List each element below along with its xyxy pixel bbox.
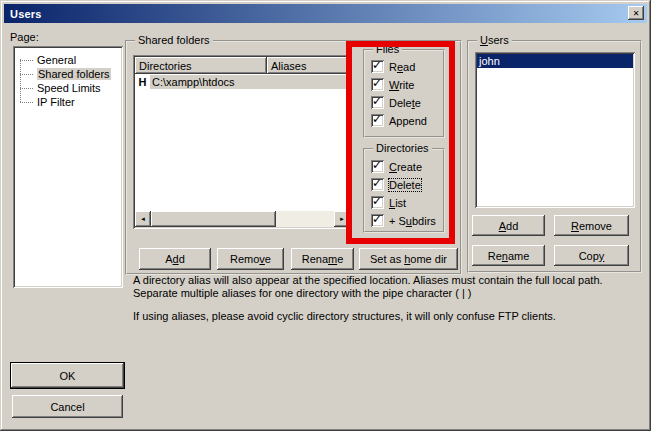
checkbox-icon: ✓ bbox=[371, 178, 384, 191]
column-header-directories[interactable]: Directories bbox=[135, 57, 267, 74]
directories-permissions-group: Directories ✓ Create ✓ Delete ✓ List ✓ +… bbox=[363, 148, 445, 233]
cancel-button[interactable]: Cancel bbox=[12, 395, 123, 418]
check-icon: ✓ bbox=[372, 194, 382, 209]
rename-user-button[interactable]: Rename bbox=[472, 245, 545, 266]
directories-group-label: Directories bbox=[373, 142, 432, 155]
check-icon: ✓ bbox=[372, 58, 382, 73]
page-label: Page: bbox=[10, 31, 39, 43]
files-permissions-group: Files ✓ Read ✓ Write ✓ Delete ✓ Append bbox=[363, 49, 445, 138]
tree-item-speed-limits[interactable]: Speed Limits bbox=[13, 81, 123, 95]
directory-row[interactable]: H C:\xampp\htdocs bbox=[135, 74, 350, 89]
checkbox-dirs-subdirs[interactable]: ✓ + Subdirs bbox=[371, 214, 436, 227]
checkbox-icon: ✓ bbox=[371, 96, 384, 109]
remove-user-button[interactable]: Remove bbox=[554, 215, 629, 236]
checkbox-files-delete[interactable]: ✓ Delete bbox=[371, 96, 421, 109]
cyclic-note: If using aliases, please avoid cyclic di… bbox=[133, 310, 638, 323]
check-icon: ✓ bbox=[372, 158, 382, 173]
checkbox-icon: ✓ bbox=[371, 114, 384, 127]
horizontal-scrollbar[interactable]: ◄ ► bbox=[135, 211, 350, 227]
directories-listview: Directories Aliases H C:\xampp\htdocs ◄ … bbox=[133, 55, 352, 229]
checkbox-icon: ✓ bbox=[371, 214, 384, 227]
checkbox-files-read[interactable]: ✓ Read bbox=[371, 60, 415, 73]
set-home-dir-button[interactable]: Set as home dir bbox=[359, 248, 458, 270]
user-list-item[interactable]: john bbox=[477, 54, 633, 68]
users-group-label: Users bbox=[477, 34, 512, 47]
tree-item-general[interactable]: General bbox=[13, 53, 123, 67]
check-icon: ✓ bbox=[372, 76, 382, 91]
home-flag: H bbox=[135, 76, 150, 88]
users-listbox: john bbox=[475, 52, 635, 208]
ok-button[interactable]: OK bbox=[10, 362, 125, 389]
checkbox-files-write[interactable]: ✓ Write bbox=[371, 78, 414, 91]
rename-folder-button[interactable]: Rename bbox=[291, 248, 354, 270]
checkbox-dirs-delete[interactable]: ✓ Delete bbox=[371, 178, 421, 191]
checkbox-icon: ✓ bbox=[371, 60, 384, 73]
files-group-label: Files bbox=[373, 43, 402, 56]
check-icon: ✓ bbox=[372, 212, 382, 227]
page-tree: General Shared folders Speed Limits IP F… bbox=[13, 46, 123, 288]
scroll-thumb[interactable] bbox=[151, 211, 276, 227]
scroll-left-button[interactable]: ◄ bbox=[135, 211, 151, 227]
check-icon: ✓ bbox=[372, 176, 382, 191]
checkbox-dirs-create[interactable]: ✓ Create bbox=[371, 160, 422, 173]
close-icon: ✕ bbox=[633, 9, 640, 18]
checkbox-icon: ✓ bbox=[371, 78, 384, 91]
column-header-aliases[interactable]: Aliases bbox=[267, 57, 350, 74]
scroll-right-button[interactable]: ► bbox=[334, 211, 350, 227]
scroll-right-icon: ► bbox=[339, 216, 345, 222]
directory-path: C:\xampp\htdocs bbox=[150, 75, 350, 89]
alias-note: A directory alias will also appear at th… bbox=[133, 274, 638, 300]
tree-item-ip-filter[interactable]: IP Filter bbox=[13, 95, 123, 109]
checkbox-files-append[interactable]: ✓ Append bbox=[371, 114, 427, 127]
check-icon: ✓ bbox=[372, 112, 382, 127]
title-bar: Users ✕ bbox=[4, 4, 647, 23]
check-icon: ✓ bbox=[372, 94, 382, 109]
checkbox-dirs-list[interactable]: ✓ List bbox=[371, 196, 406, 209]
close-button[interactable]: ✕ bbox=[628, 6, 644, 20]
scroll-left-icon: ◄ bbox=[140, 216, 146, 222]
tree-item-shared-folders[interactable]: Shared folders bbox=[13, 67, 123, 81]
copy-user-button[interactable]: Copy bbox=[554, 245, 629, 266]
users-dialog: Users ✕ Page: General Shared folders Spe… bbox=[0, 0, 651, 431]
remove-folder-button[interactable]: Remove bbox=[217, 248, 284, 270]
listview-header: Directories Aliases bbox=[135, 57, 350, 74]
shared-folders-group-label: Shared folders bbox=[135, 34, 213, 47]
checkbox-icon: ✓ bbox=[371, 196, 384, 209]
window-title: Users bbox=[10, 8, 42, 20]
checkbox-icon: ✓ bbox=[371, 160, 384, 173]
add-user-button[interactable]: Add bbox=[472, 215, 545, 236]
add-folder-button[interactable]: Add bbox=[139, 248, 211, 270]
